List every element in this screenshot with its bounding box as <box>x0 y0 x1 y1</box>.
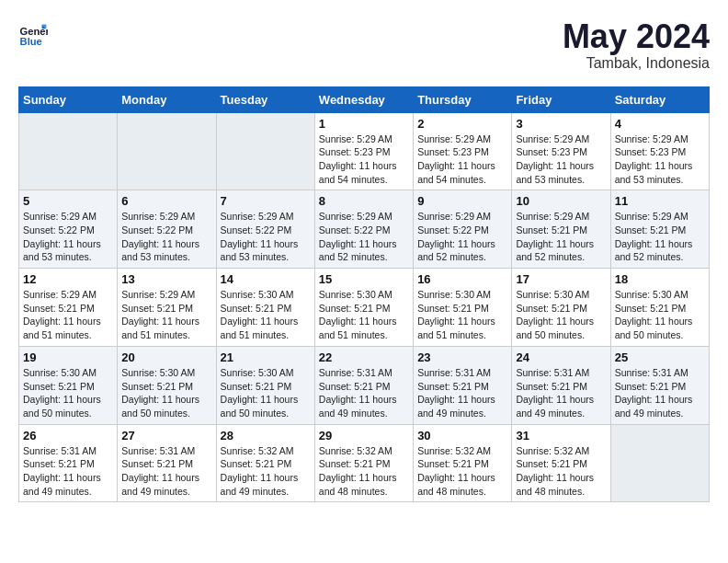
day-info: Sunrise: 5:29 AMSunset: 5:21 PMDaylight:… <box>121 288 211 342</box>
day-number: 6 <box>121 194 211 208</box>
header-row: SundayMondayTuesdayWednesdayThursdayFrid… <box>19 86 710 112</box>
day-number: 8 <box>319 194 409 208</box>
calendar-cell <box>216 112 314 190</box>
day-info: Sunrise: 5:30 AMSunset: 5:21 PMDaylight:… <box>615 288 705 342</box>
calendar-week-5: 26Sunrise: 5:31 AMSunset: 5:21 PMDayligh… <box>19 424 710 502</box>
calendar-cell <box>610 424 709 502</box>
calendar-cell: 23Sunrise: 5:31 AMSunset: 5:21 PMDayligh… <box>414 346 512 424</box>
day-info: Sunrise: 5:30 AMSunset: 5:21 PMDaylight:… <box>417 288 507 342</box>
day-info: Sunrise: 5:29 AMSunset: 5:22 PMDaylight:… <box>221 210 311 264</box>
day-info: Sunrise: 5:29 AMSunset: 5:22 PMDaylight:… <box>319 210 409 264</box>
day-number: 23 <box>417 350 507 364</box>
day-info: Sunrise: 5:29 AMSunset: 5:22 PMDaylight:… <box>417 210 507 264</box>
logo-icon: General Blue <box>18 18 48 48</box>
calendar-cell: 2Sunrise: 5:29 AMSunset: 5:23 PMDaylight… <box>414 112 512 190</box>
day-number: 14 <box>221 272 311 286</box>
header-day-saturday: Saturday <box>610 86 709 112</box>
day-number: 29 <box>319 429 409 442</box>
day-info: Sunrise: 5:32 AMSunset: 5:21 PMDaylight:… <box>516 444 606 499</box>
day-info: Sunrise: 5:31 AMSunset: 5:21 PMDaylight:… <box>615 366 705 420</box>
calendar-cell: 20Sunrise: 5:30 AMSunset: 5:21 PMDayligh… <box>118 346 216 424</box>
header-day-sunday: Sunday <box>19 86 118 112</box>
calendar-cell: 7Sunrise: 5:29 AMSunset: 5:22 PMDaylight… <box>216 190 314 269</box>
day-number: 15 <box>319 272 409 286</box>
day-info: Sunrise: 5:30 AMSunset: 5:21 PMDaylight:… <box>121 366 211 420</box>
calendar-cell: 16Sunrise: 5:30 AMSunset: 5:21 PMDayligh… <box>414 269 512 347</box>
day-info: Sunrise: 5:29 AMSunset: 5:21 PMDaylight:… <box>516 210 606 264</box>
header-day-tuesday: Tuesday <box>216 86 314 112</box>
day-info: Sunrise: 5:29 AMSunset: 5:23 PMDaylight:… <box>516 132 606 187</box>
day-number: 11 <box>615 194 705 208</box>
day-info: Sunrise: 5:32 AMSunset: 5:21 PMDaylight:… <box>221 444 311 499</box>
calendar-cell: 21Sunrise: 5:30 AMSunset: 5:21 PMDayligh… <box>216 346 314 424</box>
calendar-cell: 3Sunrise: 5:29 AMSunset: 5:23 PMDaylight… <box>512 112 610 190</box>
header-day-wednesday: Wednesday <box>314 86 413 112</box>
day-info: Sunrise: 5:32 AMSunset: 5:21 PMDaylight:… <box>417 444 507 499</box>
calendar-cell: 17Sunrise: 5:30 AMSunset: 5:21 PMDayligh… <box>512 269 610 347</box>
day-number: 30 <box>417 429 507 442</box>
calendar-cell: 22Sunrise: 5:31 AMSunset: 5:21 PMDayligh… <box>314 346 413 424</box>
calendar-cell: 28Sunrise: 5:32 AMSunset: 5:21 PMDayligh… <box>216 424 314 502</box>
day-number: 17 <box>516 272 606 286</box>
day-info: Sunrise: 5:30 AMSunset: 5:21 PMDaylight:… <box>221 366 311 420</box>
day-info: Sunrise: 5:31 AMSunset: 5:21 PMDaylight:… <box>319 366 409 420</box>
calendar-cell: 25Sunrise: 5:31 AMSunset: 5:21 PMDayligh… <box>610 346 709 424</box>
header-day-friday: Friday <box>512 86 610 112</box>
day-number: 16 <box>417 272 507 286</box>
month-year: May 2024 <box>563 18 710 55</box>
day-number: 12 <box>23 272 113 286</box>
calendar-cell: 11Sunrise: 5:29 AMSunset: 5:21 PMDayligh… <box>610 190 709 269</box>
calendar-cell: 9Sunrise: 5:29 AMSunset: 5:22 PMDaylight… <box>414 190 512 269</box>
calendar-cell: 27Sunrise: 5:31 AMSunset: 5:21 PMDayligh… <box>118 424 216 502</box>
calendar-cell: 19Sunrise: 5:30 AMSunset: 5:21 PMDayligh… <box>19 346 118 424</box>
calendar-cell: 13Sunrise: 5:29 AMSunset: 5:21 PMDayligh… <box>118 269 216 347</box>
day-info: Sunrise: 5:30 AMSunset: 5:21 PMDaylight:… <box>23 366 113 420</box>
day-info: Sunrise: 5:29 AMSunset: 5:21 PMDaylight:… <box>23 288 113 342</box>
day-number: 31 <box>516 429 606 442</box>
day-info: Sunrise: 5:30 AMSunset: 5:21 PMDaylight:… <box>516 288 606 342</box>
title-block: May 2024 Tambak, Indonesia <box>563 18 710 72</box>
calendar-cell: 14Sunrise: 5:30 AMSunset: 5:21 PMDayligh… <box>216 269 314 347</box>
day-info: Sunrise: 5:31 AMSunset: 5:21 PMDaylight:… <box>417 366 507 420</box>
calendar-table: SundayMondayTuesdayWednesdayThursdayFrid… <box>18 86 710 503</box>
header-day-thursday: Thursday <box>414 86 512 112</box>
calendar-body: 1Sunrise: 5:29 AMSunset: 5:23 PMDaylight… <box>19 112 710 502</box>
calendar-cell: 5Sunrise: 5:29 AMSunset: 5:22 PMDaylight… <box>19 190 118 269</box>
day-info: Sunrise: 5:31 AMSunset: 5:21 PMDaylight:… <box>516 366 606 420</box>
calendar-cell: 31Sunrise: 5:32 AMSunset: 5:21 PMDayligh… <box>512 424 610 502</box>
day-info: Sunrise: 5:29 AMSunset: 5:21 PMDaylight:… <box>615 210 705 264</box>
day-number: 26 <box>23 429 113 442</box>
day-info: Sunrise: 5:31 AMSunset: 5:21 PMDaylight:… <box>23 444 113 499</box>
day-info: Sunrise: 5:30 AMSunset: 5:21 PMDaylight:… <box>319 288 409 342</box>
svg-text:Blue: Blue <box>20 36 42 47</box>
calendar-week-4: 19Sunrise: 5:30 AMSunset: 5:21 PMDayligh… <box>19 346 710 424</box>
page-header: General Blue May 2024 Tambak, Indonesia <box>18 18 710 72</box>
day-number: 22 <box>319 350 409 364</box>
calendar-header: SundayMondayTuesdayWednesdayThursdayFrid… <box>19 86 710 112</box>
day-number: 20 <box>121 350 211 364</box>
day-number: 4 <box>615 117 705 131</box>
day-number: 5 <box>23 194 113 208</box>
day-info: Sunrise: 5:29 AMSunset: 5:23 PMDaylight:… <box>319 132 409 187</box>
calendar-cell: 29Sunrise: 5:32 AMSunset: 5:21 PMDayligh… <box>314 424 413 502</box>
calendar-cell: 15Sunrise: 5:30 AMSunset: 5:21 PMDayligh… <box>314 269 413 347</box>
day-number: 2 <box>417 117 507 131</box>
day-info: Sunrise: 5:29 AMSunset: 5:23 PMDaylight:… <box>615 132 705 187</box>
day-info: Sunrise: 5:29 AMSunset: 5:22 PMDaylight:… <box>121 210 211 264</box>
day-number: 24 <box>516 350 606 364</box>
calendar-week-3: 12Sunrise: 5:29 AMSunset: 5:21 PMDayligh… <box>19 269 710 347</box>
day-info: Sunrise: 5:29 AMSunset: 5:22 PMDaylight:… <box>23 210 113 264</box>
day-number: 18 <box>615 272 705 286</box>
calendar-cell: 6Sunrise: 5:29 AMSunset: 5:22 PMDaylight… <box>118 190 216 269</box>
day-number: 9 <box>417 194 507 208</box>
calendar-cell: 8Sunrise: 5:29 AMSunset: 5:22 PMDaylight… <box>314 190 413 269</box>
day-number: 19 <box>23 350 113 364</box>
day-number: 10 <box>516 194 606 208</box>
logo: General Blue <box>18 18 48 48</box>
day-number: 7 <box>221 194 311 208</box>
calendar-cell: 30Sunrise: 5:32 AMSunset: 5:21 PMDayligh… <box>414 424 512 502</box>
day-number: 28 <box>221 429 311 442</box>
calendar-cell: 10Sunrise: 5:29 AMSunset: 5:21 PMDayligh… <box>512 190 610 269</box>
header-day-monday: Monday <box>118 86 216 112</box>
day-number: 25 <box>615 350 705 364</box>
